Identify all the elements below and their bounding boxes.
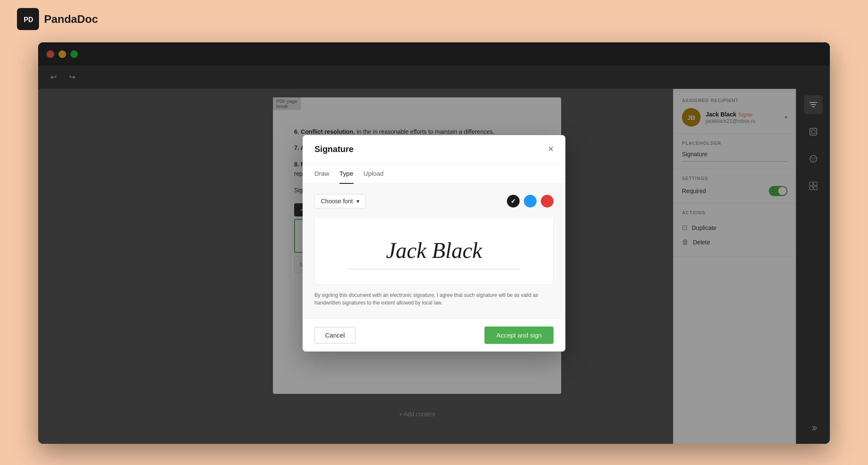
modal-overlay: Signature × Draw Type Upload Choose font… — [38, 42, 830, 444]
color-red[interactable] — [541, 195, 554, 208]
modal-tabs: Draw Type Upload — [303, 164, 565, 184]
tab-upload[interactable]: Upload — [364, 164, 384, 184]
modal-footer: Cancel Accept and sign — [303, 318, 565, 352]
signature-text: Jack Black — [386, 238, 482, 263]
cancel-button[interactable]: Cancel — [314, 327, 356, 343]
modal-header: Signature × — [303, 135, 565, 164]
color-blue[interactable] — [524, 195, 537, 208]
signature-modal: Signature × Draw Type Upload Choose font… — [303, 135, 565, 352]
font-selector-label: Choose font — [321, 198, 353, 205]
signature-preview: Jack Black — [314, 217, 554, 285]
modal-title: Signature — [314, 144, 353, 154]
pandadoc-bar: PD PandaDoc — [0, 0, 868, 38]
tab-type[interactable]: Type — [339, 164, 353, 184]
modal-close-button[interactable]: × — [548, 144, 554, 154]
color-dots: ✓ — [507, 195, 554, 208]
legal-text: By signing this document with an electro… — [314, 291, 554, 307]
svg-text:PD: PD — [24, 16, 33, 23]
color-black[interactable]: ✓ — [507, 195, 520, 208]
pandadoc-logo-text: PandaDoc — [44, 13, 98, 26]
accept-and-sign-button[interactable]: Accept and sign — [484, 327, 554, 344]
font-color-row: Choose font ▾ ✓ — [314, 194, 554, 208]
font-selector-chevron: ▾ — [356, 198, 359, 205]
main-window: ↩ ↪ PDF pagebreak 6. Conflict resolution… — [38, 42, 830, 444]
pandadoc-logo-icon: PD — [17, 8, 39, 30]
pandadoc-logo: PD PandaDoc — [17, 8, 98, 30]
tab-draw[interactable]: Draw — [314, 164, 329, 184]
modal-body: Choose font ▾ ✓ Jack Black — [303, 184, 565, 318]
font-selector[interactable]: Choose font ▾ — [314, 194, 366, 208]
signature-underline — [349, 269, 519, 269]
